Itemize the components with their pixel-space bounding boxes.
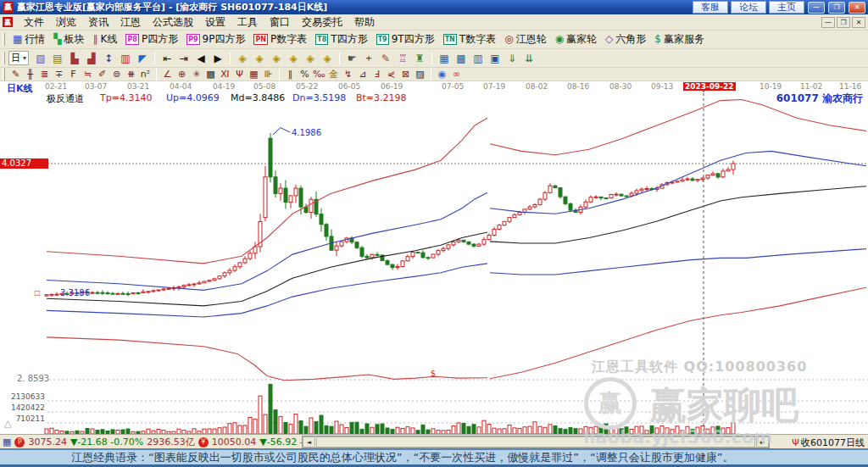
speed-lines-icon[interactable]: ⋞	[384, 69, 398, 81]
save-tool-icon[interactable]: ▣	[487, 51, 504, 66]
n-square-icon[interactable]: n²	[138, 69, 153, 81]
menu-trade-order[interactable]: 交易委托	[296, 14, 348, 31]
calculator-tool-icon[interactable]: ▩	[453, 51, 470, 66]
permille-tool-icon[interactable]: ‰	[312, 69, 326, 81]
toolbar-button-p-square[interactable]: P8P四方形	[121, 31, 182, 47]
infinity-red-icon[interactable]: ∞	[449, 69, 464, 81]
titlebar-button-luntan[interactable]: 论坛	[731, 1, 766, 14]
toolbar-button-p-number-table[interactable]: PNP数字表	[249, 31, 311, 47]
menu-file[interactable]: 文件	[18, 14, 50, 31]
toolbar-button-winner-service[interactable]: $赢家服务	[650, 31, 709, 47]
angle-tool-icon[interactable]: ∠	[160, 69, 175, 81]
toolbar-button-sectors[interactable]: ▚板块	[49, 31, 88, 47]
diamond-tool-1-icon[interactable]: ◈	[234, 51, 251, 66]
time-cycle-icon[interactable]: ∓	[52, 69, 66, 81]
diamond-tool-3-icon[interactable]: ◈	[268, 51, 285, 66]
chart-up-icon[interactable]: ▙	[66, 51, 83, 66]
prev-bar-icon[interactable]: ◀	[192, 51, 209, 66]
pitchfork-icon[interactable]: Ψ	[232, 69, 247, 81]
gann-circle-icon[interactable]: ⊕	[175, 69, 189, 81]
toolbar-button-t-square[interactable]: T8T四方形	[311, 31, 371, 47]
annotate-tool-icon[interactable]: ✎	[377, 51, 394, 66]
grid-icon[interactable]: ▦	[3, 436, 11, 448]
box-tool-icon[interactable]: ⊠	[398, 69, 413, 81]
ratio-lines-icon[interactable]: ‖	[283, 69, 298, 81]
mark-tool-2-icon[interactable]: ♜	[411, 51, 428, 66]
vertical-hatch-icon[interactable]: ╫	[23, 69, 37, 81]
kline-style-icon[interactable]: ▥	[117, 51, 134, 66]
toolbar-button-hexagon[interactable]: ◇六角形	[601, 31, 650, 47]
import-tool-icon[interactable]: ⇊	[520, 51, 537, 66]
close-button[interactable]: ✕	[849, 2, 865, 14]
parallel-lines-icon[interactable]: ≒	[81, 69, 95, 81]
toolbar-button-kline[interactable]: ∥K线	[89, 31, 122, 47]
diamond-tool-6-icon[interactable]: ◈	[319, 51, 336, 66]
layout-style-icon[interactable]: ▧	[32, 51, 49, 66]
diamond-tool-5-icon[interactable]: ◈	[302, 51, 319, 66]
notes-tool-icon[interactable]: ▥	[470, 51, 487, 66]
fib-fan-icon[interactable]: Ⅎ	[370, 69, 384, 81]
menu-browse[interactable]: 浏览	[50, 14, 82, 31]
kline-chart-area[interactable]: ▼$□ 日K线 02-2103-0703-2104-0404-1905-0805…	[0, 81, 868, 434]
titlebar-button-kefu[interactable]: 客服	[693, 1, 728, 14]
menu-news[interactable]: 资讯	[82, 14, 114, 31]
last-page-icon[interactable]: ⇥	[175, 51, 192, 66]
child-minimize-button[interactable]: —	[821, 17, 835, 28]
shade-tool-icon[interactable]: ▨	[413, 69, 427, 81]
percent-tool-icon[interactable]: %	[298, 69, 312, 81]
diamond-tool-2-icon[interactable]: ◈	[251, 51, 268, 66]
scroll-left-arrow[interactable]: ◄	[303, 436, 315, 448]
menu-tools[interactable]: 工具	[231, 14, 264, 31]
menu-help[interactable]: 帮助	[348, 14, 381, 31]
pane-resize-handle[interactable]: △	[4, 418, 11, 429]
triangle-tool-icon[interactable]: ⊿	[355, 69, 370, 81]
toolbar-button-gann-wheel[interactable]: ◎江恩轮	[500, 31, 550, 47]
crosshair-tool-icon[interactable]: ＋	[360, 51, 377, 66]
chart-down-icon[interactable]: ▟	[83, 51, 100, 66]
info-board-icon[interactable]: ▤	[49, 51, 66, 66]
sphere-blue-icon[interactable]: ◉	[435, 69, 449, 81]
maximize-button[interactable]: ❐	[828, 2, 845, 14]
gann-grid-icon[interactable]: ≣	[37, 69, 52, 81]
toolbar-button-winner-wheel[interactable]: ◉赢家轮	[551, 31, 601, 47]
scale-toggle-icon[interactable]: ↕	[100, 51, 117, 66]
menu-settings[interactable]: 设置	[199, 14, 231, 31]
sz-index-icon[interactable]: ¥	[198, 437, 209, 448]
scrollbar-thumb[interactable]	[316, 436, 755, 448]
next-bar-icon[interactable]: ▶	[209, 51, 226, 66]
toolbar-button-t-number-table[interactable]: TNT数字表	[439, 31, 501, 47]
trend-pen-icon[interactable]: ✐	[95, 69, 109, 81]
lightning-tool-icon[interactable]: ↯	[341, 69, 355, 81]
titlebar-button-zhuye[interactable]: 主页	[769, 1, 804, 14]
toolbar-button-9t-square[interactable]: T99T四方形	[372, 31, 439, 47]
tick-marks-icon[interactable]: ⊪	[261, 69, 275, 81]
calendar-tool-icon[interactable]: ▦	[436, 51, 453, 66]
chart-scrollbar[interactable]: ◄ ►	[302, 436, 770, 448]
hand-tool-icon[interactable]: ☛	[343, 51, 360, 66]
grid-panel-icon[interactable]: ▦	[247, 69, 261, 81]
pencil-line-icon[interactable]: ✎	[8, 69, 23, 81]
sh-index-icon[interactable]: P	[14, 437, 25, 448]
toolbar-button-9p-square[interactable]: P99P四方形	[182, 31, 249, 47]
wave-tool-icon[interactable]: Ⅺ	[218, 69, 232, 81]
mark-tool-1-icon[interactable]: ♖	[394, 51, 411, 66]
fibonacci-icon[interactable]: F	[66, 69, 81, 81]
menu-gann[interactable]: 江恩	[114, 14, 147, 31]
scroll-right-arrow[interactable]: ►	[756, 436, 769, 448]
star-tool-icon[interactable]: ✳	[189, 69, 203, 81]
export-tool-icon[interactable]: ⇓	[504, 51, 520, 66]
box-grid-icon[interactable]: ▩	[203, 69, 218, 81]
flag-indicator-icon[interactable]: ◤	[134, 51, 151, 66]
circle-tool-icon[interactable]: ⊜	[109, 69, 124, 81]
menu-formula-stock-pick[interactable]: 公式选股	[147, 14, 199, 31]
golden-section-icon[interactable]: 金	[326, 69, 341, 81]
toolbar-button-quotes[interactable]: ▦行情	[8, 31, 49, 47]
diamond-tool-4-icon[interactable]: ◈	[285, 51, 302, 66]
menu-window[interactable]: 窗口	[264, 14, 296, 31]
period-select[interactable]: 日▾	[8, 51, 29, 65]
child-close-button[interactable]: ✕	[852, 17, 865, 28]
minimize-button[interactable]: —	[808, 2, 825, 14]
child-restore-button[interactable]: ❐	[837, 17, 850, 28]
first-page-icon[interactable]: ⇤	[159, 51, 175, 66]
comb-lines-icon[interactable]: ⧻	[124, 69, 138, 81]
